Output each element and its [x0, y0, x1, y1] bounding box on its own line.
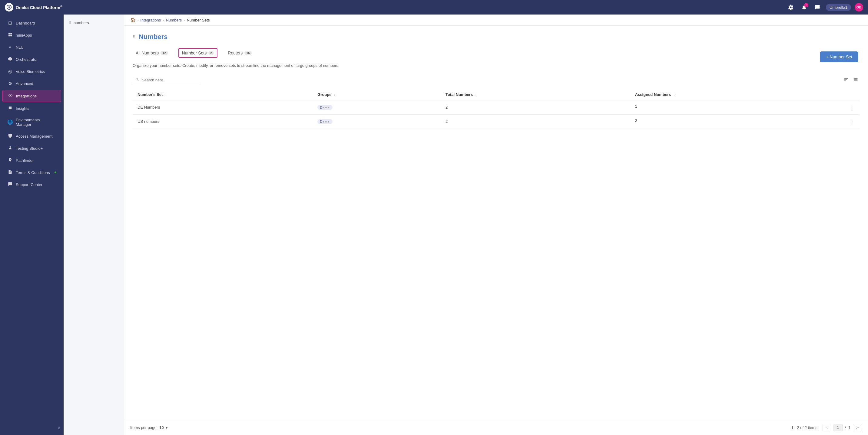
- data-table: Number's Set ↓ Groups ↓ Total Numbers ↓: [133, 89, 860, 129]
- advanced-icon: ⚙: [7, 81, 13, 86]
- breadcrumb-sep-3: ›: [184, 18, 185, 22]
- sort-icon-number-set: ↓: [165, 93, 167, 97]
- main-page: 🏠 › Integrations › Numbers › Number Sets…: [124, 14, 868, 435]
- user-name-label: Umbrella1: [830, 5, 847, 10]
- sidebar-item-voice-biometrics[interactable]: ◎ Voice Biometrics: [2, 66, 61, 77]
- sidebar-item-label: Advanced: [16, 81, 33, 86]
- search-box: [133, 76, 199, 84]
- svg-rect-2: [10, 33, 12, 34]
- pagination-prev-button[interactable]: <: [822, 424, 831, 431]
- sidebar-item-access-management[interactable]: Access Management: [2, 130, 61, 142]
- sidebar-item-dashboard[interactable]: ⊞ Dashboard: [2, 17, 61, 29]
- breadcrumb-integrations[interactable]: Integrations: [140, 18, 161, 22]
- sidebar-item-orchestrator[interactable]: Orchestrator: [2, 54, 61, 65]
- breadcrumb-sep-1: ›: [137, 18, 138, 22]
- sub-sidebar-label: numbers: [73, 21, 89, 25]
- tab-routers-badge: 16: [244, 51, 252, 55]
- tab-description: Organize your number sets. Create, modif…: [133, 63, 860, 69]
- table-row: DE Numbers D●●● 2 1 ⋮: [133, 100, 860, 115]
- access-management-icon: [7, 133, 13, 139]
- sidebar-item-miniapps[interactable]: miniApps: [2, 29, 61, 41]
- sub-sidebar-header: ⠿ numbers: [64, 18, 124, 28]
- breadcrumb-numbers[interactable]: Numbers: [166, 18, 182, 22]
- svg-rect-1: [8, 33, 10, 34]
- table-row: US numbers D●●● 2 2 ⋮: [133, 114, 860, 129]
- pathfinder-icon: [7, 158, 13, 163]
- sidebar-item-environments-manager[interactable]: 🌐 Environments Manager: [2, 115, 61, 130]
- avatar: OB: [855, 3, 863, 11]
- cell-groups-1: D●●●: [313, 100, 441, 115]
- sidebar-item-label: Insights: [16, 106, 29, 111]
- sidebar-item-advanced[interactable]: ⚙ Advanced: [2, 78, 61, 89]
- cell-assigned-1: 1 ⋮: [630, 100, 860, 115]
- support-icon: [7, 182, 13, 187]
- sidebar-item-label: Pathfinder: [16, 158, 34, 163]
- cell-number-set-2: US numbers: [133, 114, 313, 129]
- page-title: Numbers: [139, 33, 167, 41]
- group-tag-2: D●●●: [317, 119, 333, 124]
- sidebar-item-label: NLU: [16, 45, 24, 49]
- sort-icon-assigned: ↓: [673, 93, 675, 97]
- user-menu-button[interactable]: Umbrella1: [826, 4, 851, 11]
- pagination-next-button[interactable]: >: [853, 424, 862, 431]
- svg-rect-3: [8, 35, 10, 36]
- sidebar-item-label: miniApps: [16, 33, 32, 37]
- main-layout: ⊞ Dashboard miniApps ⌖ NLU Orchestrator …: [0, 14, 868, 435]
- add-number-set-button[interactable]: + Number Set: [820, 52, 858, 62]
- content-wrapper: ⠿ numbers 🏠 › Integrations › Numbers › N…: [64, 14, 868, 435]
- sidebar-item-support-center[interactable]: Support Center: [2, 179, 61, 190]
- miniapps-icon: [7, 32, 13, 38]
- sort-icon-groups: ↓: [334, 93, 336, 97]
- tab-number-sets-badge: 2: [208, 51, 214, 55]
- col-number-set[interactable]: Number's Set ↓: [133, 89, 313, 100]
- breadcrumb-sep-2: ›: [163, 18, 164, 22]
- sidebar-item-testing-studio[interactable]: Testing Studio+: [2, 142, 61, 154]
- page-content: ⠿ Numbers All Numbers 12 Number Sets 2 R…: [124, 26, 868, 420]
- terms-dot-indicator: [55, 171, 56, 173]
- tab-routers-label: Routers: [228, 51, 243, 55]
- sidebar-item-pathfinder[interactable]: Pathfinder: [2, 155, 61, 166]
- settings-icon-btn[interactable]: [786, 2, 796, 12]
- tab-number-sets[interactable]: Number Sets 2: [178, 48, 218, 58]
- cell-total-2: 2: [441, 114, 630, 129]
- pagination-right: 1 - 2 of 2 items < 1 / 1 >: [792, 424, 862, 431]
- table-body: DE Numbers D●●● 2 1 ⋮: [133, 100, 860, 129]
- pagination-current-page[interactable]: 1: [834, 424, 842, 431]
- group-blur-1: ●●●: [322, 106, 330, 109]
- app-logo: [5, 3, 13, 11]
- page-drag-handle-icon: ⠿: [133, 34, 136, 39]
- search-input[interactable]: [142, 78, 190, 82]
- notifications-icon-btn[interactable]: 2: [799, 2, 809, 12]
- sidebar-item-nlu[interactable]: ⌖ NLU: [2, 41, 61, 53]
- row-menu-button-2[interactable]: ⋮: [849, 118, 855, 125]
- pagination-bar: Items per page: 10 ▾ 1 - 2 of 2 items < …: [124, 420, 868, 435]
- sidebar-item-label: Environments Manager: [16, 118, 56, 127]
- tab-all-numbers-badge: 12: [160, 51, 168, 55]
- sidebar-collapse-button[interactable]: «: [0, 424, 64, 433]
- app-title: Omilia Cloud Platform®: [16, 5, 62, 10]
- cell-groups-2: D●●●: [313, 114, 441, 129]
- search-icon: [135, 77, 139, 82]
- breadcrumb-home-icon[interactable]: 🏠: [130, 18, 135, 22]
- items-per-page-dropdown-icon[interactable]: ▾: [166, 425, 168, 430]
- row-menu-button-1[interactable]: ⋮: [849, 104, 855, 111]
- col-groups[interactable]: Groups ↓: [313, 89, 441, 100]
- voice-biometrics-icon: ◎: [7, 69, 13, 74]
- svg-rect-4: [10, 35, 12, 36]
- tab-all-numbers[interactable]: All Numbers 12: [133, 49, 171, 57]
- filter-view-button[interactable]: [842, 76, 850, 85]
- tab-routers[interactable]: Routers 16: [225, 49, 255, 57]
- col-total-numbers[interactable]: Total Numbers ↓: [441, 89, 630, 100]
- col-assigned-numbers[interactable]: Assigned Numbers ↓: [630, 89, 860, 100]
- items-per-page-value: 10: [159, 425, 163, 430]
- sidebar-item-label: Access Management: [16, 134, 52, 138]
- cell-number-set-1: DE Numbers: [133, 100, 313, 115]
- sidebar-item-insights[interactable]: Insights: [2, 103, 61, 114]
- page-controls: < 1 / 1 >: [822, 424, 862, 431]
- messages-icon-btn[interactable]: [813, 2, 822, 12]
- list-view-button[interactable]: [852, 76, 860, 85]
- sidebar-item-integrations[interactable]: Integrations: [2, 90, 61, 102]
- cell-total-1: 2: [441, 100, 630, 115]
- insights-icon: [7, 106, 13, 111]
- sidebar-item-terms-conditions[interactable]: Terms & Conditions: [2, 167, 61, 178]
